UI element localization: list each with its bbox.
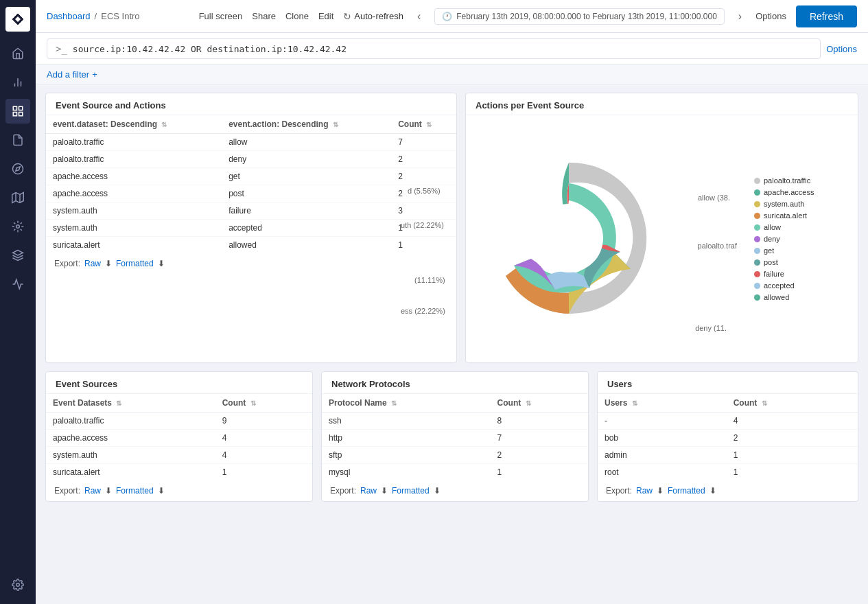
table-cell: allow: [222, 134, 391, 151]
sidebar-item-reports[interactable]: [5, 128, 30, 152]
auto-refresh-label[interactable]: Auto-refresh: [354, 11, 403, 21]
table-cell: 7: [491, 430, 588, 447]
refresh-cycle-icon: ↻: [343, 11, 351, 22]
table-cell: 4: [215, 430, 312, 447]
sidebar-item-maps[interactable]: [5, 185, 30, 210]
table-cell: root: [598, 464, 727, 481]
sidebar-item-home[interactable]: [5, 41, 30, 66]
table-cell: get: [222, 168, 391, 185]
clock-icon: 🕐: [442, 12, 452, 21]
sort-icon-action: ⇅: [333, 121, 338, 128]
filterbar: Add a filter +: [36, 65, 868, 84]
legend-item-sysauth: system.auth: [754, 200, 814, 208]
table-cell: apache.access: [46, 185, 222, 202]
table-cell: 7: [391, 134, 456, 151]
chart-label-d: d (5.56%): [408, 187, 441, 195]
download-formatted-icon: ⬇: [158, 259, 165, 268]
table-cell: paloalto.traffic: [46, 134, 222, 151]
actions-chart-panel: Actions per Event Source d (5.56%) uth (…: [465, 93, 858, 363]
table-cell: http: [322, 430, 491, 447]
edit-button[interactable]: Edit: [318, 11, 333, 21]
table-cell: ssh: [322, 413, 491, 430]
sidebar-item-dashboard[interactable]: [5, 99, 30, 124]
legend-dot-get: [754, 248, 760, 254]
legend-dot-apache: [754, 189, 760, 196]
formatted-export-link[interactable]: Formatted: [116, 259, 154, 268]
users-export: Export: Raw ⬇ Formatted ⬇: [598, 480, 858, 501]
bottom-row: Event Sources Event Datasets ⇅ Count ⇅: [45, 371, 858, 502]
time-prev-button[interactable]: ‹: [413, 9, 425, 24]
col-event-datasets[interactable]: Event Datasets ⇅: [46, 394, 215, 413]
col-count-sources[interactable]: Count ⇅: [215, 394, 312, 413]
network-protocols-table: Protocol Name ⇅ Count ⇅ ssh8http7sftp2my…: [322, 394, 588, 480]
time-next-button[interactable]: ›: [734, 9, 746, 24]
col-users[interactable]: Users ⇅: [598, 394, 727, 413]
table-cell: 1: [215, 464, 312, 481]
event-sources-panel-title: Event Sources: [46, 372, 312, 394]
event-sources-export: Export: Raw ⬇ Formatted ⬇: [46, 480, 312, 501]
formatted-export-link-users[interactable]: Formatted: [668, 486, 705, 496]
table-cell: paloalto.traffic: [46, 151, 222, 168]
refresh-button[interactable]: Refresh: [796, 5, 857, 27]
sidebar-item-analytics[interactable]: [5, 70, 30, 95]
chart-label-11: (11.11%): [414, 276, 445, 284]
clone-button[interactable]: Clone: [285, 11, 309, 21]
table-row: mysql1: [322, 464, 588, 481]
chart-label-deny: deny (11.: [695, 324, 727, 332]
table-row: sftp2: [322, 447, 588, 464]
export-label: Export:: [54, 259, 80, 268]
query-input-container[interactable]: >_: [47, 38, 821, 59]
raw-export-link[interactable]: Raw: [84, 259, 101, 268]
col-count-users[interactable]: Count ⇅: [727, 394, 858, 413]
share-button[interactable]: Share: [252, 11, 276, 21]
col-protocol-name[interactable]: Protocol Name ⇅: [322, 394, 491, 413]
sidebar-item-stack[interactable]: [5, 243, 30, 268]
breadcrumb-dashboard[interactable]: Dashboard: [47, 11, 91, 21]
raw-export-link-users[interactable]: Raw: [636, 486, 653, 496]
svg-rect-3: [13, 106, 16, 110]
col-count-protocol[interactable]: Count ⇅: [491, 394, 588, 413]
col-event-action[interactable]: event.action: Descending ⇅: [222, 115, 391, 134]
col-count[interactable]: Count ⇅: [391, 115, 456, 134]
query-input[interactable]: [73, 44, 812, 54]
table-cell: admin: [598, 447, 727, 464]
table-cell: 1: [491, 464, 588, 481]
legend-item-post: post: [754, 258, 814, 266]
table-row: system.authfailure3: [46, 202, 456, 220]
sidebar-item-ml[interactable]: [5, 214, 30, 239]
time-range[interactable]: 🕐 February 13th 2019, 08:00:00.000 to Fe…: [434, 8, 725, 25]
sidebar-item-discover[interactable]: [5, 156, 30, 181]
formatted-export-link-network[interactable]: Formatted: [392, 486, 430, 496]
svg-point-7: [13, 164, 23, 174]
table-cell: 3: [391, 202, 456, 220]
legend-label-suricata: suricata.alert: [764, 211, 807, 220]
add-filter-button[interactable]: Add a filter +: [47, 69, 857, 80]
download-raw-icon: ⬇: [105, 259, 112, 268]
options-button[interactable]: Options: [755, 11, 786, 21]
legend-label-accepted: accepted: [764, 281, 795, 290]
legend-label-paloalto: paloalto.traffic: [764, 176, 810, 185]
raw-export-link-sources[interactable]: Raw: [84, 486, 101, 496]
table-cell: -: [598, 413, 727, 430]
download-raw-icon-users: ⬇: [657, 486, 664, 496]
chart-label-ess: ess (22.22%): [401, 307, 445, 315]
table-row: apache.accessget2: [46, 168, 456, 185]
col-event-dataset[interactable]: event.dataset: Descending ⇅: [46, 115, 222, 134]
legend-item-suricata: suricata.alert: [754, 211, 814, 220]
table-cell: post: [222, 185, 391, 202]
svg-point-12: [16, 225, 20, 229]
formatted-export-link-sources[interactable]: Formatted: [116, 486, 154, 496]
table-cell: apache.access: [46, 168, 222, 185]
legend-item-deny: deny: [754, 235, 814, 243]
svg-point-14: [16, 583, 20, 587]
table-cell: suricata.alert: [46, 464, 215, 481]
query-options-button[interactable]: Options: [826, 44, 857, 54]
top-row: Event Source and Actions event.dataset: …: [45, 93, 858, 363]
raw-export-link-network[interactable]: Raw: [360, 486, 377, 496]
fullscreen-button[interactable]: Full screen: [199, 11, 243, 21]
sort-icon-count-sources: ⇅: [250, 399, 256, 407]
sidebar-item-settings[interactable]: [5, 572, 30, 597]
sidebar-item-monitor[interactable]: [5, 272, 30, 297]
table-cell: 4: [727, 413, 858, 430]
table-cell: 1: [727, 464, 858, 481]
